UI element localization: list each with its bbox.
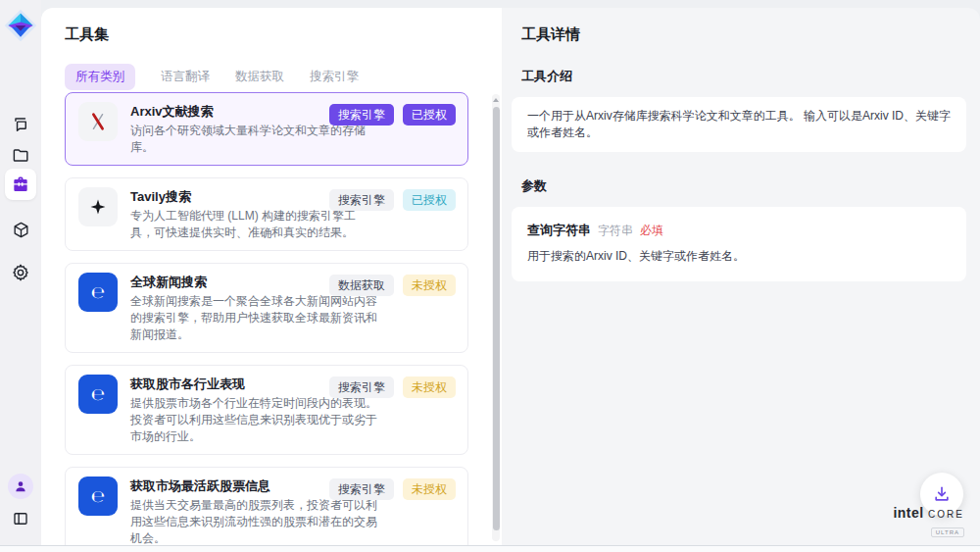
tool-card-active-stocks[interactable]: ℮ 获取市场最活跃股票信息 提供当天交易量最高的股票列表，投资者可以利用这些信息…: [65, 467, 468, 545]
category-badge: 搜索引擎: [329, 189, 394, 211]
detail-title: 工具详情: [521, 25, 966, 44]
auth-status-badge: 未授权: [403, 376, 456, 398]
tool-list-panel: 工具集 所有类别 语言翻译 数据获取 搜索引擎 A: [41, 8, 502, 545]
category-badge: 搜索引擎: [329, 104, 394, 125]
intel-wordmark: intel: [893, 505, 923, 521]
page-title: 工具集: [65, 25, 502, 44]
icon-sidebar: [0, 0, 41, 545]
param-type: 字符串: [598, 223, 633, 239]
tab-all-categories[interactable]: 所有类别: [65, 64, 135, 90]
tool-card-arxiv[interactable]: Arxiv文献搜索 访问各个研究领域大量科学论文和文章的存储库。 搜索引擎 已授…: [65, 92, 468, 166]
auth-status-badge: 已授权: [403, 104, 456, 125]
active-stocks-icon: ℮: [78, 477, 118, 516]
tool-description: 专为人工智能代理 (LLM) 构建的搜索引擎工具，可快速提供实时、准确和真实的结…: [130, 208, 377, 241]
panel-toggle-icon[interactable]: [7, 505, 34, 532]
tab-search-engine[interactable]: 搜索引擎: [310, 64, 359, 90]
category-badge: 搜索引擎: [329, 478, 394, 500]
tool-detail-panel: 工具详情 工具介绍 一个用于从Arxiv存储库搜索科学论文和文章的工具。 输入可…: [502, 8, 980, 545]
auth-status-badge: 未授权: [403, 478, 456, 500]
app-window: 工具集 所有类别 语言翻译 数据获取 搜索引擎 A: [0, 0, 980, 552]
folder-icon[interactable]: [7, 141, 34, 169]
param-name: 查询字符串: [527, 222, 591, 239]
category-tabs: 所有类别 语言翻译 数据获取 搜索引擎: [65, 64, 502, 90]
user-avatar[interactable]: [8, 474, 33, 499]
scrollbar-thumb[interactable]: [493, 107, 500, 530]
arxiv-logo-icon: [78, 102, 118, 141]
toolbox-icon-active[interactable]: [5, 169, 36, 200]
category-badge: 搜索引擎: [329, 376, 394, 398]
param-required-flag: 必填: [640, 223, 663, 239]
tavily-star-icon: [78, 187, 118, 226]
cube-icon[interactable]: [7, 216, 34, 243]
tool-card-sector-performance[interactable]: ℮ 获取股市各行业表现 提供股票市场各个行业在特定时间段内的表现。投资者可以利用…: [65, 365, 468, 455]
tool-card-list: Arxiv文献搜索 访问各个研究领域大量科学论文和文章的存储库。 搜索引擎 已授…: [65, 92, 468, 545]
app-logo-icon: [3, 8, 38, 43]
tool-card-tavily[interactable]: Tavily搜索 专为人工智能代理 (LLM) 构建的搜索引擎工具，可快速提供实…: [65, 177, 468, 251]
tab-data-fetch[interactable]: 数据获取: [235, 64, 284, 90]
main-window: 工具集 所有类别 语言翻译 数据获取 搜索引擎 A: [41, 8, 980, 545]
param-description: 用于搜索的Arxiv ID、关键字或作者姓名。: [527, 248, 951, 265]
intro-card: 一个用于从Arxiv存储库搜索科学论文和文章的工具。 输入可以是Arxiv ID…: [512, 97, 966, 152]
auth-status-badge: 未授权: [403, 275, 456, 296]
tab-language-translation[interactable]: 语言翻译: [161, 64, 210, 90]
window-bottom-edge: [0, 545, 980, 552]
ultra-badge: ULTRA: [931, 527, 964, 537]
params-heading: 参数: [521, 177, 966, 195]
intro-text: 一个用于从Arxiv存储库搜索科学论文和文章的工具。 输入可以是Arxiv ID…: [527, 109, 951, 139]
intro-heading: 工具介绍: [521, 68, 966, 85]
tool-description: 提供当天交易量最高的股票列表，投资者可以利用这些信息来识别流动性强的股票和潜在的…: [130, 497, 377, 545]
news-search-icon: ℮: [78, 273, 118, 312]
category-badge: 数据获取: [329, 275, 394, 296]
parameter-card: 查询字符串 字符串 必填 用于搜索的Arxiv ID、关键字或作者姓名。: [512, 207, 966, 281]
tool-description: 全球新闻搜索是一个聚合全球各大新闻网站内容的搜索引擎，帮助用户快速获取全球最新资…: [130, 293, 377, 343]
stock-sector-icon: ℮: [78, 375, 118, 414]
auth-status-badge: 已授权: [403, 189, 456, 211]
settings-gear-icon[interactable]: [7, 259, 34, 286]
core-wordmark: core: [928, 505, 964, 521]
list-scrollbar[interactable]: [492, 94, 500, 541]
tool-description: 提供股票市场各个行业在特定时间段内的表现。投资者可以利用这些信息来识别表现优于或…: [130, 395, 377, 445]
intel-core-logo: intel core ULTRA: [893, 505, 964, 538]
chat-icon[interactable]: [7, 110, 34, 137]
tool-card-global-news[interactable]: ℮ 全球新闻搜索 全球新闻搜索是一个聚合全球各大新闻网站内容的搜索引擎，帮助用户…: [65, 263, 468, 353]
scrollbar-up-arrow[interactable]: [492, 96, 500, 104]
tool-description: 访问各个研究领域大量科学论文和文章的存储库。: [130, 123, 377, 156]
